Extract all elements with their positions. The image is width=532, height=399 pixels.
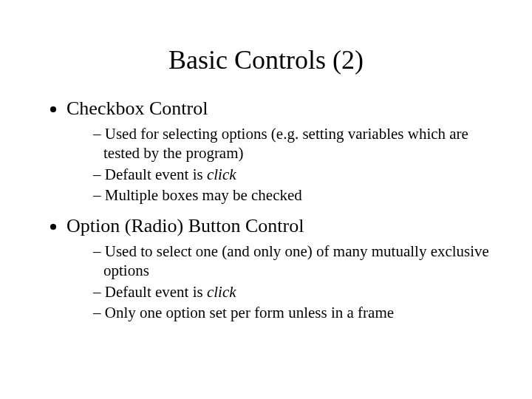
- sub-bullet-item: Used for selecting options (e.g. setting…: [93, 124, 495, 163]
- bullet-item: Option (Radio) Button Control Used to se…: [66, 215, 495, 322]
- slide-title: Basic Controls (2): [37, 44, 495, 75]
- bullet-label: Checkbox Control: [66, 98, 208, 119]
- sub-text-pre: Used for selecting options (e.g. setting…: [103, 125, 468, 162]
- sub-text-pre: Multiple boxes may be checked: [105, 186, 302, 204]
- sub-bullet-item: Only one option set per form unless in a…: [93, 303, 495, 322]
- sub-bullet-item: Default event is click: [93, 165, 495, 184]
- sub-text-pre: Default event is: [105, 283, 207, 301]
- sub-bullet-item: Multiple boxes may be checked: [93, 185, 495, 205]
- sub-bullet-item: Used to select one (and only one) of man…: [93, 242, 495, 281]
- sub-text-italic: click: [207, 283, 236, 301]
- sub-text-pre: Only one option set per form unless in a…: [105, 304, 394, 321]
- sub-text-pre: Used to select one (and only one) of man…: [103, 242, 489, 279]
- sub-bullet-list: Used for selecting options (e.g. setting…: [66, 124, 495, 205]
- bullet-item: Checkbox Control Used for selecting opti…: [66, 98, 495, 205]
- sub-bullet-list: Used to select one (and only one) of man…: [66, 242, 495, 322]
- sub-text-italic: click: [207, 166, 236, 183]
- bullet-label: Option (Radio) Button Control: [66, 215, 304, 236]
- sub-text-pre: Default event is: [105, 166, 207, 183]
- slide: Basic Controls (2) Checkbox Control Used…: [0, 0, 532, 399]
- sub-bullet-item: Default event is click: [93, 282, 495, 301]
- bullet-list: Checkbox Control Used for selecting opti…: [37, 98, 495, 322]
